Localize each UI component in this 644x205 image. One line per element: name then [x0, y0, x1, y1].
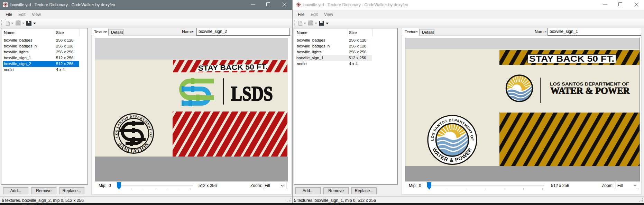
svg-text:WATER & POWER: WATER & POWER	[551, 86, 630, 96]
svg-text:STAY BACK 50 FT.: STAY BACK 50 FT.	[529, 54, 614, 63]
svg-text:LSDS: LSDS	[231, 82, 273, 105]
svg-text:STAY BACK 50 FT.: STAY BACK 50 FT.	[198, 63, 267, 72]
